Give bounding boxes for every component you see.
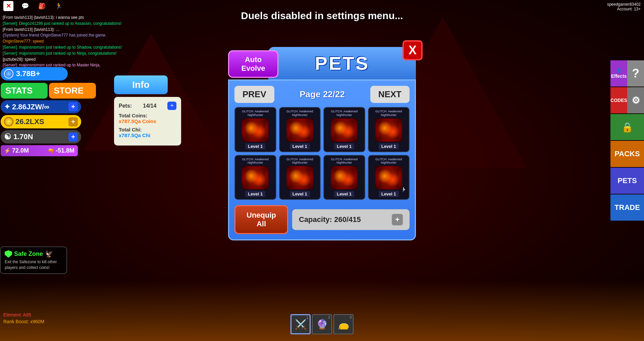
shield-icon <box>5 250 12 258</box>
lock-button[interactable]: 🔒 <box>610 114 644 140</box>
right-buttons: 👤 Effects ? CODES ⚙ 🔒 PACKS PETS TRADE <box>610 60 644 221</box>
backpack-icon[interactable]: 🎒 <box>37 1 47 11</box>
store-button[interactable]: STORE <box>49 83 96 99</box>
yin-bar[interactable]: ☯ 1.70N + <box>1 130 81 144</box>
pet-sprite <box>334 121 354 139</box>
codes-button[interactable]: CODES <box>610 87 627 113</box>
pet-card[interactable]: GLITCH: Awakened Nighthunter Level 1 <box>323 107 365 152</box>
character-icon[interactable]: 🏃 <box>54 1 64 11</box>
capacity-bar: Capacity: 260/415 + <box>292 209 410 230</box>
yin-plus[interactable]: + <box>68 132 78 141</box>
pet-card[interactable]: GLITCH: Awakened Nighthunter Level 1 <box>368 107 410 152</box>
effects-label: Effects <box>611 73 627 79</box>
next-button[interactable]: NEXT <box>370 86 410 103</box>
pet-name: GLITCH: Awakened Nighthunter <box>371 158 407 165</box>
bag-icon: 👝 <box>338 319 350 330</box>
chat-icon[interactable]: 💬 <box>20 1 30 11</box>
chat-line: [From tavish113] {tavish113}: i wanna se… <box>3 15 125 20</box>
pet-level: Level 1 <box>334 143 354 150</box>
pet-sprite <box>290 169 310 187</box>
hotbar-slot-1[interactable]: 1 ⚔️ <box>290 314 311 334</box>
total-coins-row: Total Coins: x787.5Qa Coins <box>119 113 176 124</box>
unequip-all-button[interactable]: Unequip All <box>234 205 288 234</box>
chat-line: [Server]: majsnsnsmsm just ranked up to … <box>3 45 125 50</box>
pet-image <box>331 166 358 189</box>
yin-value: 1.70N <box>13 132 33 141</box>
safe-zone-desc: Exit the Safezone to kill other players … <box>5 259 62 271</box>
pet-level: Level 1 <box>290 143 310 150</box>
pet-card[interactable]: GLITCH: Awakened Nighthunter Level 1 <box>279 107 321 152</box>
pet-level: Level 1 <box>334 191 354 197</box>
capacity-label-text: Capacity: <box>299 215 332 224</box>
username-display: speedgamer83402 Account: 13+ <box>607 2 641 11</box>
total-coins-value: x787.5Qa Coins <box>119 118 176 124</box>
pet-card[interactable]: GLITCH: Awakened Nighthunter Level 1 <box>279 155 321 200</box>
pet-card[interactable]: GLITCH: Awakened Nighthunter Level 1 <box>234 107 276 152</box>
roblox-logo[interactable]: ✕ <box>3 1 13 11</box>
star-icon: ✦ <box>4 103 10 111</box>
yin-icon: ☯ <box>4 132 11 141</box>
pets-nav-button[interactable]: PETS <box>610 168 644 194</box>
trade-label: TRADE <box>614 203 640 212</box>
pets-plus-btn[interactable]: + <box>167 102 176 110</box>
stats-label: STATS <box>5 86 33 96</box>
codes-label: CODES <box>610 98 627 103</box>
stars-bar[interactable]: ✦ 2.86JZW/∞ + <box>1 100 81 113</box>
element-text: Element: A85 <box>3 312 31 318</box>
pets-bottom: Unequip All Capacity: 260/415 + <box>234 205 410 234</box>
pet-image <box>286 118 313 142</box>
auto-evolve-button[interactable]: Auto Evolve <box>228 50 278 78</box>
pet-name: GLITCH: Awakened Nighthunter <box>326 110 363 117</box>
packs-button[interactable]: PACKS <box>610 141 644 167</box>
pet-sprite <box>245 121 265 139</box>
close-button[interactable]: X <box>402 40 423 60</box>
settings-button[interactable]: ⚙ <box>627 87 644 113</box>
pet-grid: GLITCH: Awakened Nighthunter Level 1 GLI… <box>234 107 410 200</box>
coins-plus[interactable]: + <box>68 117 78 126</box>
pet-image <box>242 166 269 189</box>
page-label: Page 22/22 <box>300 89 345 100</box>
pet-level: Level 1 <box>290 191 310 197</box>
pet-image <box>242 118 269 142</box>
bird-icon: 🦅 <box>45 250 53 258</box>
prev-button[interactable]: PREV <box>234 86 274 103</box>
purple2-value: -51.8M <box>56 147 74 154</box>
purple1-icon: ⚡ <box>4 148 11 154</box>
account-type: Account: 13+ <box>607 7 641 11</box>
coin-icon <box>4 117 13 126</box>
chat-line: [Server]: majsnsnsmsm just ranked up to … <box>3 51 125 56</box>
chat-line: [From tavish113] {tavish113}: ... <box>3 27 125 33</box>
pet-sprite <box>379 121 399 139</box>
total-chi-value: x787.5Qa Chi <box>119 132 176 138</box>
capacity-plus-button[interactable]: + <box>392 214 403 225</box>
purple-bar[interactable]: ⚡ 72.0M 🔫 -51.8M <box>1 145 78 156</box>
gems-value: 3.78B+ <box>16 69 40 78</box>
hotbar-slot-3[interactable]: 3 👝 <box>333 314 354 334</box>
auto-evolve-label: Auto Evolve <box>241 55 265 72</box>
info-button[interactable]: Info <box>114 75 168 94</box>
pet-level: Level 1 <box>245 143 265 150</box>
stats-button[interactable]: STATS <box>1 83 48 99</box>
coins-bar[interactable]: 26.2LXS + <box>1 115 81 128</box>
pet-image <box>375 166 402 189</box>
pet-level: Level 1 <box>379 143 399 150</box>
pet-sprite <box>290 121 310 139</box>
purple1-value: 72.0M <box>12 147 29 154</box>
stars-plus[interactable]: + <box>68 102 78 111</box>
pet-card[interactable]: GLITCH: Awakened Nighthunter Level 1 <box>234 155 276 200</box>
hotbar-slot-3-num: 3 <box>350 316 352 319</box>
gems-bar[interactable]: 3.78B+ <box>1 67 68 80</box>
pets-title: PETS <box>315 52 369 74</box>
pet-name: GLITCH: Awakened Nighthunter <box>282 110 318 117</box>
username: speedgamer83402 <box>607 2 641 7</box>
purple2-icon: 🔫 <box>48 148 54 154</box>
pet-card[interactable]: GLITCH: Awakened Nighthunter Level 1 <box>368 155 410 200</box>
capacity-value: 260/415 <box>334 215 361 224</box>
pet-card[interactable]: GLITCH: Awakened Nighthunter Level 1 <box>323 155 365 200</box>
trade-button[interactable]: TRADE <box>610 194 644 221</box>
pets-label: Pets: <box>119 103 132 109</box>
hotbar-slot-2[interactable]: 2 🔮 <box>312 314 332 334</box>
effects-button[interactable]: 👤 Effects <box>610 60 627 87</box>
help-button[interactable]: ? <box>627 60 644 87</box>
pets-value: 14/14 <box>143 103 156 109</box>
